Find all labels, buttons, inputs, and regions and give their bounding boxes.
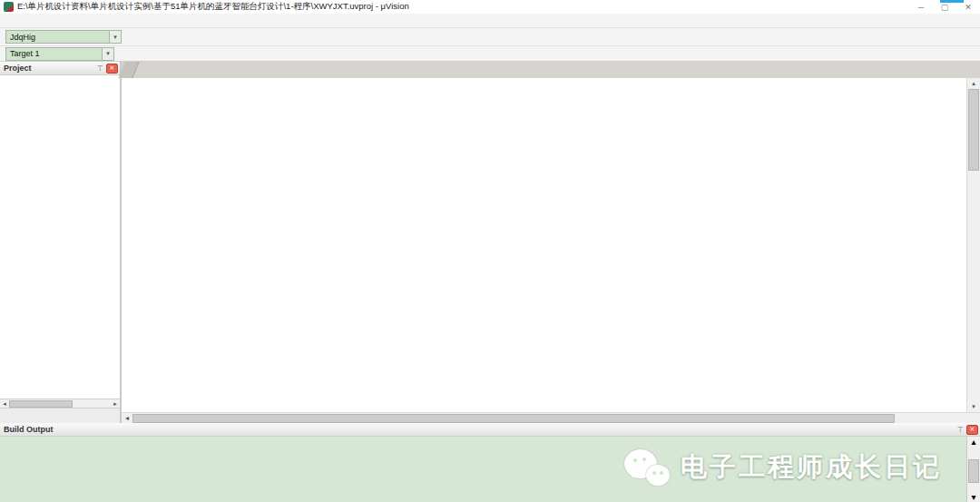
accent-strip [940,0,964,3]
close-icon[interactable]: ✕ [106,64,118,74]
chevron-down-icon[interactable]: ▾ [109,31,121,43]
build-output-header: Build Output ⊤ ✕ [0,423,980,437]
title-bar: E:\单片机设计资料\单片机设计实例\基于51单片机的蓝牙智能台灯设计\1-程序… [0,0,980,14]
project-horizontal-scrollbar[interactable]: ◂ ▸ [0,399,120,408]
editor-tab-bar [122,62,980,78]
scroll-track[interactable] [967,447,980,492]
chevron-down-icon[interactable]: ▾ [102,48,113,60]
toolbar-build: Target 1 ▾ [0,46,980,62]
scroll-track[interactable] [9,400,111,408]
scroll-track[interactable] [967,89,980,401]
search-combo[interactable]: JdqHig ▾ [5,30,122,44]
project-panel-header: Project ⊤ ✕ [0,62,120,75]
pin-icon[interactable]: ⊤ [955,425,966,435]
build-output-content: ▴ ▾ 电子工程师成长日记 [0,437,980,502]
project-panel-tabs [0,408,120,423]
scroll-thumb[interactable] [132,414,895,423]
scroll-thumb[interactable] [9,400,73,408]
code-editor[interactable] [122,78,966,412]
pin-icon[interactable]: ⊤ [94,64,106,74]
project-panel: Project ⊤ ✕ ◂ ▸ [0,62,122,423]
scroll-left-icon[interactable]: ◂ [122,414,132,422]
scroll-up-icon[interactable]: ▴ [971,437,975,447]
main-area: Project ⊤ ✕ ◂ ▸ ▴ ▾ ◂ [0,62,980,423]
target-select[interactable]: Target 1 [6,49,102,58]
code-zone: ▴ ▾ [122,78,980,412]
scroll-right-icon[interactable]: ▸ [111,400,120,408]
editor-horizontal-scrollbar[interactable]: ◂ [122,412,980,423]
project-tree [0,75,120,399]
editor-area: ▴ ▾ ◂ [122,62,980,423]
menu-bar [0,14,980,28]
scroll-down-icon[interactable]: ▾ [967,401,980,412]
target-combo[interactable]: Target 1 ▾ [5,47,114,61]
tabbar-decoration [118,62,139,78]
toolbar-main: JdqHig ▾ [0,28,980,46]
build-output-log [0,437,966,502]
uvision-app-icon [4,2,14,12]
scroll-thumb[interactable] [968,89,979,171]
scroll-up-icon[interactable]: ▴ [967,78,980,89]
build-output-scrollbar[interactable]: ▴ ▾ [966,437,980,502]
scroll-track[interactable] [132,414,980,423]
scroll-left-icon[interactable]: ◂ [0,400,9,408]
window-title: E:\单片机设计资料\单片机设计实例\基于51单片机的蓝牙智能台灯设计\1-程序… [17,1,909,13]
build-output-panel: Build Output ⊤ ✕ ▴ ▾ 电子工程师成长日记 [0,423,980,502]
scroll-thumb[interactable] [968,459,979,483]
minimize-icon[interactable]: ─ [909,0,933,14]
build-output-title: Build Output [4,425,955,434]
close-icon[interactable]: ✕ [966,425,978,435]
search-input[interactable]: JdqHig [6,33,109,42]
editor-vertical-scrollbar[interactable]: ▴ ▾ [966,78,980,412]
scroll-down-icon[interactable]: ▾ [971,492,975,502]
project-panel-title: Project [4,64,94,73]
